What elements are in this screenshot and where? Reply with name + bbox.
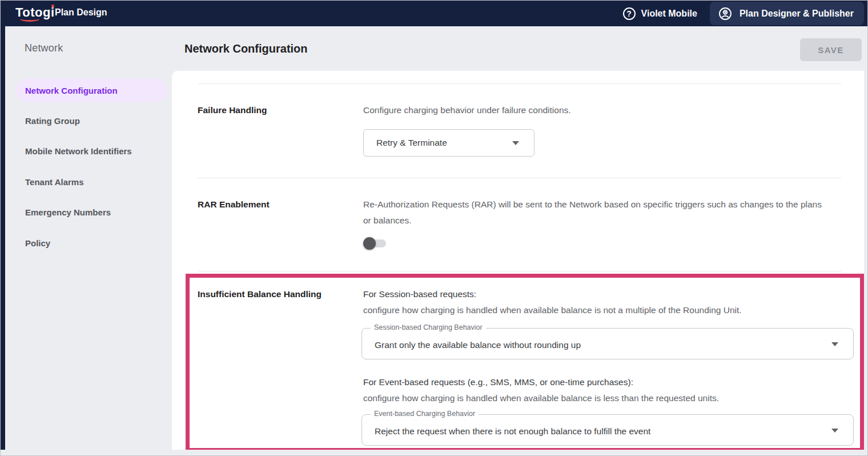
network-configuration-card: Failure Handling Configure charging beha… — [172, 71, 864, 451]
failure-handling-select[interactable]: Retry & Terminate — [363, 129, 535, 157]
session-charging-behavior-select[interactable]: Session-based Charging Behavior Grant on… — [361, 328, 854, 359]
sidebar-item-label: Emergency Numbers — [25, 207, 111, 217]
failure-handling-label: Failure Handling — [198, 105, 267, 115]
totogi-logo: Totogi — [15, 5, 55, 20]
tenant-help-group[interactable]: ? Violet Mobile — [623, 7, 697, 20]
dropdown-caret-icon — [512, 141, 519, 145]
rar-enablement-toggle[interactable] — [363, 237, 388, 250]
account-icon — [718, 6, 733, 21]
session-requests-description: configure how charging is handled when a… — [363, 302, 860, 318]
event-requests-description: configure how charging is handled when a… — [363, 390, 860, 406]
app-name: Plan Design — [55, 7, 107, 18]
role-menu-button[interactable]: Plan Designer & Publisher — [710, 2, 864, 25]
sidebar-item-label: Rating Group — [25, 116, 80, 126]
sidebar-heading: Network — [25, 42, 63, 54]
event-charging-behavior-select[interactable]: Event-based Charging Behavior Reject the… — [361, 414, 854, 446]
sidebar: Network Network Configuration Rating Gro… — [5, 26, 172, 453]
session-select-value: Grant only the available balance without… — [375, 340, 581, 350]
insufficient-balance-label: Insufficient Balance Handling — [198, 289, 322, 299]
rar-enablement-description: Re-Authorization Requests (RAR) will be … — [363, 197, 829, 229]
window-left-border — [1, 1, 5, 453]
sidebar-item-mobile-network-identifiers[interactable]: Mobile Network Identifiers — [15, 139, 167, 163]
sidebar-item-label: Tenant Alarms — [25, 177, 84, 187]
sidebar-item-network-configuration[interactable]: Network Configuration — [15, 78, 167, 102]
sidebar-item-rating-group[interactable]: Rating Group — [15, 109, 167, 133]
dropdown-caret-icon — [831, 429, 838, 433]
session-select-label: Session-based Charging Behavior — [371, 323, 486, 331]
tenant-name: Violet Mobile — [641, 9, 697, 19]
sidebar-item-label: Network Configuration — [25, 86, 118, 95]
window-bottom-margin — [1, 450, 868, 455]
sidebar-item-label: Mobile Network Identifiers — [25, 146, 132, 156]
help-icon[interactable]: ? — [623, 7, 636, 20]
event-requests-intro: For Event-based requests (e.g., SMS, MMS… — [363, 374, 633, 390]
section-divider — [198, 178, 841, 178]
sidebar-item-label: Policy — [25, 238, 50, 248]
role-label: Plan Designer & Publisher — [740, 9, 854, 19]
toggle-knob — [363, 237, 376, 250]
failure-handling-description: Configure charging behavior under failur… — [363, 102, 843, 118]
dropdown-caret-icon — [831, 342, 838, 346]
failure-handling-select-value: Retry & Terminate — [364, 138, 447, 148]
top-bar: Totogi Plan Design ? Violet Mobile — [1, 1, 868, 26]
save-button[interactable]: SAVE — [800, 38, 862, 61]
rar-enablement-label: RAR Enablement — [198, 199, 270, 210]
app-window: Totogi Plan Design ? Violet Mobile — [0, 0, 868, 456]
page-title: Network Configuration — [184, 42, 308, 55]
event-select-label: Event-based Charging Behavior — [371, 410, 479, 418]
sidebar-item-emergency-numbers[interactable]: Emergency Numbers — [15, 200, 167, 224]
section-divider — [198, 83, 841, 84]
sidebar-item-policy[interactable]: Policy — [15, 231, 167, 255]
section-divider — [198, 271, 841, 271]
session-requests-intro: For Session-based requests: — [363, 286, 476, 302]
sidebar-item-tenant-alarms[interactable]: Tenant Alarms — [15, 170, 167, 194]
logo-smile-accent — [20, 16, 39, 22]
event-select-value: Reject the request when there is not eno… — [375, 426, 650, 437]
logo-dot-accent — [51, 5, 54, 7]
